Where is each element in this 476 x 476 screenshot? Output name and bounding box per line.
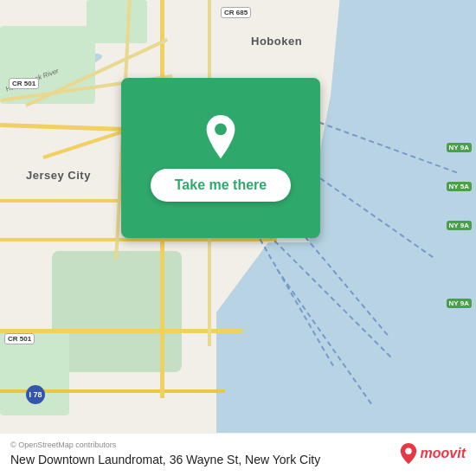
location-name: New Downtown Laundromat, 36 Wayne St, Ne…	[10, 452, 391, 467]
svg-point-0	[215, 123, 227, 135]
road-cr501	[0, 329, 242, 333]
svg-point-1	[405, 448, 411, 454]
moovit-text: moovit	[421, 446, 466, 461]
map-container: Hoboken Jersey City Hackensack River CR …	[0, 0, 476, 476]
badge-cr501-mid: CR 501	[4, 333, 35, 344]
park-north	[87, 0, 147, 43]
badge-ny5a: NY 5A	[447, 182, 472, 191]
badge-cr501-top: CR 501	[9, 78, 39, 89]
location-pin-icon	[199, 115, 242, 158]
badge-cr685: CR 685	[221, 7, 251, 18]
take-me-there-button[interactable]: Take me there	[151, 169, 291, 202]
hoboken-label: Hoboken	[251, 35, 302, 48]
badge-ny9a-3: NY 9A	[447, 299, 472, 308]
badge-i78: I 78	[26, 385, 45, 404]
road-h3	[0, 238, 277, 241]
jersey-city-label: Jersey City	[26, 169, 91, 182]
badge-ny9a-1: NY 9A	[447, 143, 472, 152]
osm-credit: © OpenStreetMap contributors	[10, 441, 391, 449]
overlay-card: Take me there	[121, 78, 320, 238]
badge-ny9a-2: NY 9A	[447, 221, 472, 230]
bottom-bar-info: © OpenStreetMap contributors New Downtow…	[10, 441, 391, 467]
bottom-bar: © OpenStreetMap contributors New Downtow…	[0, 433, 476, 476]
moovit-pin-icon	[400, 443, 417, 464]
moovit-logo: moovit	[400, 443, 466, 464]
map-background: Hoboken Jersey City Hackensack River CR …	[0, 0, 476, 476]
